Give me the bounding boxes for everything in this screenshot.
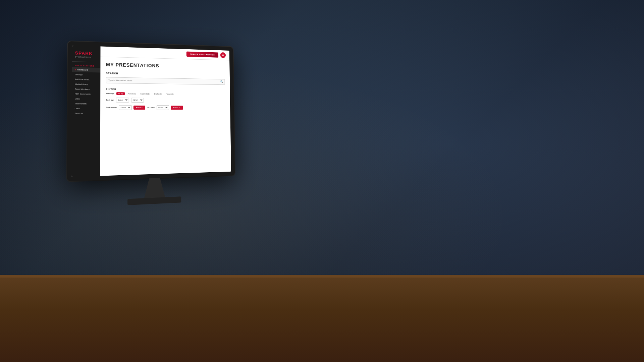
- sidebar-item-pdf-documents[interactable]: PDF Documents: [72, 92, 100, 97]
- search-section-label: SEARCH: [106, 72, 225, 77]
- search-icon: 🔍: [220, 80, 223, 83]
- bulk-action-label: Bulk action: [106, 107, 117, 109]
- filter-section: FILTER View by: All (6) Active (3) Expir…: [106, 88, 225, 110]
- sidebar-item-media-library[interactable]: Media Library: [72, 82, 101, 87]
- sidebar-item-testimonials[interactable]: Testimonials: [72, 101, 100, 106]
- filter-view-by-row: View by: All (6) Active (3) Expired (1) …: [106, 92, 225, 96]
- view-by-label: View by:: [106, 93, 114, 95]
- app-content: MY PRESENTATIONS SEARCH 🔍 FILTER View by…: [100, 57, 231, 176]
- sort-order-select[interactable]: DESC: [131, 98, 144, 103]
- bulk-action-row: Bulk action Select APPLY All Dates Selec…: [106, 105, 225, 110]
- user-avatar[interactable]: U: [220, 52, 226, 58]
- search-input[interactable]: [106, 77, 225, 85]
- apply-button[interactable]: APPLY: [133, 106, 145, 110]
- page-title: MY PRESENTATIONS: [106, 62, 225, 70]
- filter-tag-expired[interactable]: Expired (1): [139, 93, 151, 95]
- sidebar-label-pdf-documents: PDF Documents: [75, 93, 91, 95]
- sidebar-item-links[interactable]: Links: [72, 106, 100, 111]
- logo-sp: SP: [75, 50, 82, 56]
- sidebar-label-dashboard: Dashboard: [77, 69, 88, 71]
- sidebar-active-dot: [75, 69, 76, 70]
- sort-select[interactable]: Select: [116, 98, 129, 102]
- sidebar-label-video: Video: [75, 98, 80, 100]
- all-dates-label: All Dates: [147, 107, 155, 109]
- app-sidebar: SPARK BY BRANDWAVE PRESENTATIONS Dashboa…: [71, 46, 101, 177]
- search-box: 🔍: [106, 76, 225, 85]
- bulk-action-select[interactable]: Select: [119, 105, 132, 110]
- sidebar-item-team-members[interactable]: Team Members: [72, 86, 100, 92]
- filter-tag-all[interactable]: All (6): [116, 92, 125, 95]
- logo-sub: BY BRANDWAVE: [75, 56, 98, 59]
- create-presentation-button[interactable]: CREATE PRESENTATION: [186, 52, 218, 58]
- app-main: CREATE PRESENTATION U MY PRESENTATIONS S…: [100, 46, 231, 176]
- sort-label: Sort by:: [106, 99, 114, 101]
- monitor-scene: SPARK BY BRANDWAVE PRESENTATIONS Dashboa…: [67, 41, 235, 181]
- sidebar-item-settings[interactable]: Settings: [72, 72, 101, 77]
- sidebar-item-dashboard[interactable]: Dashboard: [72, 67, 101, 72]
- sidebar-label-services: Services: [75, 112, 83, 114]
- monitor-bezel: SPARK BY BRANDWAVE PRESENTATIONS Dashboa…: [67, 41, 235, 181]
- filter-button[interactable]: FILTER: [171, 106, 183, 110]
- app-logo: SPARK BY BRANDWAVE: [72, 48, 101, 62]
- sidebar-item-add-edit-media[interactable]: Add/Edit Media: [72, 77, 101, 82]
- logo-ark: ARK: [82, 51, 93, 56]
- filter-tag-drafts[interactable]: Drafts (0): [153, 93, 163, 95]
- desk: [0, 275, 644, 362]
- sidebar-label-settings: Settings: [75, 73, 83, 76]
- sidebar-item-services[interactable]: Services: [72, 111, 100, 116]
- sidebar-label-links: Links: [75, 108, 80, 110]
- logo-text: SPARK: [75, 50, 98, 56]
- filter-tag-trash[interactable]: Trash (2): [165, 93, 175, 95]
- filter-tag-active[interactable]: Active (3): [126, 92, 138, 95]
- monitor-screen: SPARK BY BRANDWAVE PRESENTATIONS Dashboa…: [71, 46, 231, 177]
- sort-row: Sort by: Select DESC: [106, 98, 225, 103]
- sidebar-label-testimonials: Testimonials: [75, 103, 87, 105]
- date-select[interactable]: Select: [157, 105, 169, 110]
- sidebar-label-team-members: Team Members: [75, 88, 90, 90]
- sidebar-item-video[interactable]: Video: [72, 96, 100, 101]
- sidebar-label-media-library: Media Library: [75, 83, 88, 85]
- filter-section-label: FILTER: [106, 88, 225, 92]
- sidebar-label-add-edit-media: Add/Edit Media: [75, 78, 89, 81]
